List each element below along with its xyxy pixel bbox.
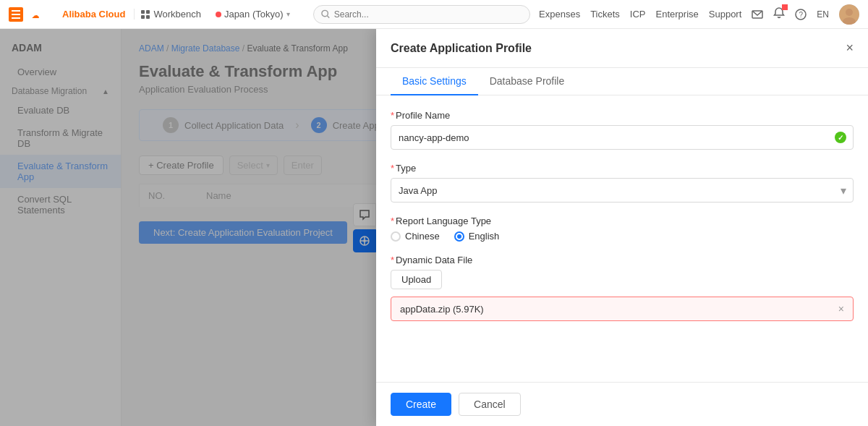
tickets-link[interactable]: Tickets: [590, 9, 620, 20]
workbench-nav[interactable]: Workbench: [134, 9, 207, 20]
logo-text: Alibaba Cloud: [62, 9, 125, 20]
main-layout: ADAM Overview Database Migration ▲ Evalu…: [0, 29, 868, 426]
form-group-type: * Type Java App .NET App Other: [391, 163, 854, 203]
cancel-button[interactable]: Cancel: [459, 393, 521, 416]
search-bar[interactable]: [313, 5, 530, 24]
language-radio-group: Chinese English: [391, 231, 854, 242]
radio-chinese-input[interactable]: [391, 231, 401, 242]
workbench-icon: [140, 9, 150, 20]
tab-database-profile[interactable]: Database Profile: [478, 68, 576, 95]
chevron-down-icon: ▾: [286, 10, 290, 18]
file-size-value: 5.97K: [456, 304, 480, 315]
svg-rect-5: [146, 15, 150, 19]
region-label: Japan (Tokyo): [224, 9, 284, 20]
search-input[interactable]: [334, 9, 522, 20]
report-language-label: * Report Language Type: [391, 216, 854, 226]
profile-name-input-wrapper: [391, 125, 854, 150]
svg-rect-3: [146, 10, 150, 14]
svg-text:☁: ☁: [32, 12, 39, 20]
profile-name-input[interactable]: [391, 125, 854, 150]
form-group-dynamic-data: * Dynamic Data File Upload appData.zip (…: [391, 255, 854, 321]
radio-english-label: English: [469, 231, 500, 242]
type-label: * Type: [391, 163, 854, 174]
required-star: *: [391, 110, 394, 121]
workbench-label: Workbench: [153, 9, 201, 20]
support-link[interactable]: Support: [709, 9, 742, 20]
modal-create-profile: Create Application Profile × Basic Setti…: [376, 29, 868, 426]
icp-link[interactable]: ICP: [630, 9, 646, 20]
file-name-value: appData.zip: [400, 304, 450, 315]
mail-icon[interactable]: [752, 9, 763, 20]
required-star-type: *: [391, 163, 394, 174]
form-group-profile-name: * Profile Name: [391, 110, 854, 150]
profile-name-label: * Profile Name: [391, 110, 854, 121]
modal-title: Create Application Profile: [391, 42, 532, 55]
svg-text:?: ?: [799, 11, 804, 19]
modal-tabs: Basic Settings Database Profile: [376, 68, 868, 95]
file-item: appData.zip (5.97K) ×: [391, 297, 854, 321]
dynamic-data-label-text: Dynamic Data File: [396, 255, 472, 265]
svg-rect-4: [141, 15, 145, 19]
tab-basic-settings[interactable]: Basic Settings: [391, 68, 478, 95]
report-language-label-text: Report Language Type: [396, 216, 491, 226]
modal-body: * Profile Name * Type Java App .NET A: [376, 95, 868, 382]
modal-footer: Create Cancel: [376, 382, 868, 426]
enterprise-link[interactable]: Enterprise: [656, 9, 699, 20]
svg-point-12: [846, 9, 853, 16]
upload-button[interactable]: Upload: [391, 270, 442, 289]
search-icon: [321, 9, 330, 19]
notification-btn[interactable]: [773, 7, 785, 21]
type-select-wrapper: Java App .NET App Other: [391, 178, 854, 203]
menu-icon[interactable]: [9, 7, 23, 22]
input-valid-icon: [835, 132, 846, 143]
required-star-data: *: [391, 255, 394, 265]
radio-chinese-label: Chinese: [405, 231, 440, 242]
lang-label[interactable]: EN: [817, 9, 829, 20]
avatar[interactable]: [839, 4, 859, 25]
svg-rect-2: [141, 10, 145, 14]
svg-line-7: [327, 16, 329, 18]
file-name-text: appData.zip (5.97K): [400, 304, 484, 315]
profile-name-label-text: Profile Name: [396, 110, 450, 121]
radio-english-input[interactable]: [454, 231, 464, 242]
required-star-lang: *: [391, 216, 394, 226]
form-group-language: * Report Language Type Chinese English: [391, 216, 854, 242]
radio-chinese[interactable]: Chinese: [391, 231, 440, 242]
modal-close-button[interactable]: ×: [846, 41, 854, 56]
region-dot-icon: [216, 12, 221, 17]
dynamic-data-label: * Dynamic Data File: [391, 255, 854, 265]
modal-header: Create Application Profile ×: [376, 29, 868, 68]
help-icon[interactable]: ?: [795, 9, 807, 20]
radio-english[interactable]: English: [454, 231, 500, 242]
file-remove-button[interactable]: ×: [838, 303, 844, 315]
expenses-link[interactable]: Expenses: [539, 9, 580, 20]
region-selector[interactable]: Japan (Tokyo) ▾: [216, 9, 290, 20]
svg-point-6: [321, 10, 327, 16]
navbar-right: Expenses Tickets ICP Enterprise Support …: [539, 4, 859, 25]
alibaba-cloud-logo-icon: ☁: [32, 7, 58, 22]
type-select[interactable]: Java App .NET App Other: [391, 178, 854, 203]
create-button[interactable]: Create: [391, 393, 451, 416]
logo: ☁ Alibaba Cloud: [32, 7, 125, 22]
type-label-text: Type: [396, 163, 416, 174]
navbar: ☁ Alibaba Cloud Workbench Japan (Tokyo) …: [0, 0, 868, 29]
